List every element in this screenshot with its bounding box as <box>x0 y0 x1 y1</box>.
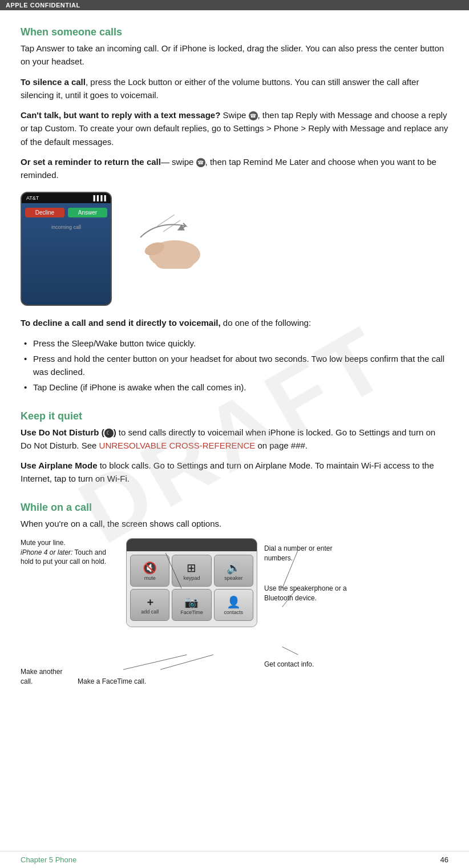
contacts-btn[interactable]: 👤 contacts <box>214 589 253 621</box>
contacts-btn-label: contacts <box>224 609 244 615</box>
bullet-decline-tap: Tap Decline (if iPhone is awake when the… <box>21 381 448 394</box>
hand-illustration <box>123 192 226 306</box>
bullet-sleep-wake: Press the Sleep/Wake button twice quickl… <box>21 337 448 350</box>
cant-talk-strong: Can't talk, but want to reply with a tex… <box>21 110 220 120</box>
bullet-headset: Press and hold the center button on your… <box>21 352 448 379</box>
svg-line-4 <box>163 220 180 232</box>
speaker-annotation: Use the speakerphone or a Bluetooth devi… <box>264 584 350 603</box>
diagram-row: Mute your line. iPhone 4 or later: Touch… <box>21 538 448 687</box>
cross-reference: UNRESOLVABLE CROSS-REFERENCE <box>99 441 256 450</box>
decline-strong: To decline a call and send it directly t… <box>21 318 221 328</box>
call-grid-top: 🔇 mute ⊞ keypad 🔊 speaker <box>130 555 253 587</box>
keypad-icon: ⊞ <box>187 562 196 574</box>
call-phone-mock: 🔇 mute ⊞ keypad 🔊 speaker <box>126 538 257 627</box>
contact-annotation: Get contact info. <box>264 660 350 669</box>
mute-label: Mute your line. <box>21 539 66 547</box>
status-bar: AT&T ▐▐▐▐ <box>22 193 111 203</box>
while-on-call-heading: While on a call <box>21 502 448 514</box>
incoming-label: incoming call <box>51 224 81 230</box>
silence-call-strong: To silence a call <box>21 77 86 87</box>
iphone-version-label: iPhone 4 or later: <box>21 548 72 556</box>
mute-annotation: Mute your line. iPhone 4 or later: Touch… <box>21 538 118 567</box>
keep-quiet-para1: Use Do Not Disturb (☾) to send calls dir… <box>21 426 448 453</box>
top-bar: APPLE CONFIDENTIAL <box>0 0 469 10</box>
decline-answer-bar: Decline Answer <box>25 208 107 217</box>
incoming-call-illustration: AT&T ▐▐▐▐ Decline Answer incoming call <box>21 192 448 306</box>
screen-body: Decline Answer incoming call <box>22 203 111 305</box>
speaker-btn[interactable]: 🔊 speaker <box>214 555 253 587</box>
dial-label: Dial a number or enter numbers. <box>264 544 332 562</box>
decline-intro: To decline a call and send it directly t… <box>21 316 448 329</box>
bottom-bar: Chapter 5 Phone 46 <box>0 851 469 868</box>
facetime-annotation: Make a FaceTime call. <box>78 677 152 687</box>
mute-icon: 🔇 <box>143 562 157 574</box>
add-call-btn[interactable]: ＋ add call <box>130 589 169 621</box>
right-annotations: Dial a number or enter numbers. Use the … <box>257 538 371 687</box>
make-another-annotation: Make another call. <box>21 667 72 687</box>
battery-icon: ▐▐▐▐ <box>91 195 106 201</box>
contacts-icon: 👤 <box>227 596 241 608</box>
when-calls-para4: Or set a reminder to return the call— sw… <box>21 155 448 182</box>
dnd-strong2: ) <box>114 427 116 437</box>
answer-button[interactable]: Answer <box>68 208 107 217</box>
contact-label: Get contact info. <box>264 660 314 668</box>
call-phone-header <box>127 539 257 551</box>
facetime-btn[interactable]: 📷 FaceTime <box>172 589 211 621</box>
facetime-btn-label: FaceTime <box>180 609 203 615</box>
page-number: 46 <box>440 855 448 864</box>
while-on-call-para1: When you're on a call, the screen shows … <box>21 517 448 530</box>
reminder-strong: Or set a reminder to return the call <box>21 157 161 167</box>
add-call-btn-label: add call <box>141 609 159 615</box>
when-calls-para1: Tap Answer to take an incoming call. Or … <box>21 42 448 68</box>
left-annotations: Mute your line. iPhone 4 or later: Touch… <box>21 538 126 687</box>
call-options-diagram: Mute your line. iPhone 4 or later: Touch… <box>21 538 448 687</box>
call-grid-bottom: ＋ add call 📷 FaceTime 👤 contacts <box>130 589 253 621</box>
facetime-icon: 📷 <box>184 596 199 608</box>
keep-quiet-para2: Use Airplane Mode to block calls. Go to … <box>21 459 448 486</box>
decline-button[interactable]: Decline <box>25 208 64 217</box>
when-someone-calls-heading: When someone calls <box>21 26 448 38</box>
when-calls-para3: Can't talk, but want to reply with a tex… <box>21 108 448 148</box>
mute-btn[interactable]: 🔇 mute <box>130 555 169 587</box>
keep-it-quiet-heading: Keep it quiet <box>21 410 448 422</box>
call-phone-screen: 🔇 mute ⊞ keypad 🔊 speaker <box>127 551 257 627</box>
keypad-btn-label: keypad <box>183 575 200 581</box>
make-another-label: Make another call. <box>21 668 62 685</box>
keypad-btn[interactable]: ⊞ keypad <box>172 555 211 587</box>
decline-bullets: Press the Sleep/Wake button twice quickl… <box>21 337 448 394</box>
page-container: APPLE CONFIDENTIAL When someone calls Ta… <box>0 0 469 868</box>
phone-icon-inline2: ☎ <box>196 158 205 167</box>
confidential-label: APPLE CONFIDENTIAL <box>6 2 80 9</box>
airplane-mode-strong: Use Airplane Mode <box>21 461 97 470</box>
carrier-text: AT&T <box>26 195 39 201</box>
hand-svg <box>123 192 226 306</box>
chapter-label: Chapter 5 Phone <box>21 855 76 864</box>
dnd-strong: Use Do Not Disturb ( <box>21 427 104 437</box>
speaker-btn-label: speaker <box>224 575 242 581</box>
moon-icon: ☾ <box>104 429 114 438</box>
mute-btn-label: mute <box>144 575 156 581</box>
add-call-icon: ＋ <box>145 597 155 607</box>
phone-screen-mock: AT&T ▐▐▐▐ Decline Answer incoming call <box>21 192 112 306</box>
speaker-use-label: Use the speakerphone or a Bluetooth devi… <box>264 584 347 602</box>
facetime-label: Make a FaceTime call. <box>78 677 146 685</box>
when-calls-para2: To silence a call, press the Lock button… <box>21 75 448 102</box>
speaker-icon: 🔊 <box>227 562 241 574</box>
phone-icon-inline: ☎ <box>249 111 258 120</box>
dial-annotation: Dial a number or enter numbers. <box>264 544 350 563</box>
